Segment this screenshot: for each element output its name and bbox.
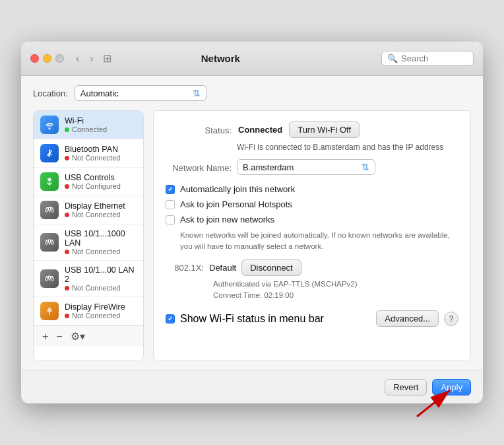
wifi-status-dot [65, 127, 69, 132]
network-select-arrows-icon: ⇅ [362, 162, 369, 172]
usb-lan1-status-dot [65, 250, 69, 254]
sidebar-item-bluetooth[interactable]: Bluetooth PAN Not Connected [34, 139, 143, 168]
bluetooth-info: Bluetooth PAN Not Connected [65, 145, 120, 162]
remove-network-button[interactable]: − [53, 329, 65, 344]
usb-status: Not Configured [65, 182, 121, 190]
disconnect-button[interactable]: Disconnect [241, 259, 301, 276]
auto-join-checkbox[interactable] [166, 185, 175, 194]
show-status-label: Show Wi-Fi status in menu bar [180, 313, 324, 325]
new-networks-label: Ask to join new networks [180, 215, 274, 224]
zoom-button[interactable] [55, 54, 64, 63]
network-name-value: B.amsterdam [243, 162, 358, 172]
content-area: Location: Automatic ⇅ Wi-Fi [21, 76, 483, 370]
firewire-status-dot [65, 314, 69, 318]
sidebar-firewire-name: Display FireWire [65, 302, 125, 312]
firewire-status: Not Connected [65, 312, 125, 320]
bt-status-dot [65, 156, 69, 160]
sidebar-item-usb-lan2[interactable]: USB 10/1...00 LAN 2 Not Connected [34, 261, 143, 297]
firewire-status-text: Not Connected [72, 312, 120, 320]
wifi-icon [40, 116, 59, 134]
firewire-icon [40, 302, 59, 320]
personal-hotspot-checkbox[interactable] [166, 200, 175, 209]
add-network-button[interactable]: + [39, 329, 51, 344]
sidebar-item-firewire[interactable]: Display FireWire Not Connected [34, 297, 143, 325]
svg-rect-2 [51, 209, 53, 212]
usb-lan1-icon [40, 233, 59, 252]
usb-lan2-status-text: Not Connected [72, 284, 120, 292]
status-label: Status: [166, 124, 232, 135]
bluetooth-icon [40, 144, 59, 162]
search-box[interactable]: 🔍 [381, 51, 474, 66]
x802-auth-info: Authenticated via EAP-TTLS (MSCHAPv2) Co… [213, 279, 458, 302]
usb-lan1-info: USB 10/1...1000 LAN Not Connected [65, 229, 137, 256]
wifi-info: Wi-Fi Connected [65, 116, 107, 133]
usb-controls-info: USB Controls Not Configured [65, 173, 121, 190]
location-arrows-icon: ⇅ [193, 88, 201, 98]
turn-wifi-button[interactable]: Turn Wi-Fi Off [289, 121, 360, 138]
sidebar-usb-lan1-name: USB 10/1...1000 LAN [65, 229, 137, 248]
network-sidebar: Wi-Fi Connected Bluetoo [33, 110, 144, 361]
sidebar-usb-lan2-name: USB 10/1...00 LAN 2 [65, 265, 137, 284]
ethernet-info: Display Ethernet Not Connected [65, 201, 125, 219]
new-networks-row[interactable]: Ask to join new networks [166, 215, 458, 224]
ethernet-icon [40, 201, 59, 219]
svg-rect-6 [46, 277, 47, 281]
status-value: Connected [238, 125, 282, 135]
gear-menu-button[interactable]: ⚙▾ [67, 329, 88, 344]
svg-rect-8 [51, 277, 53, 281]
search-input[interactable] [401, 53, 467, 63]
show-status-checkbox[interactable] [166, 314, 175, 324]
status-description: Wi-Fi is connected to B.amsterdam and ha… [237, 143, 443, 152]
location-row: Location: Automatic ⇅ [33, 85, 471, 101]
show-status-row[interactable]: Show Wi-Fi status in menu bar [166, 313, 371, 325]
usb-lan2-icon [40, 269, 59, 288]
network-name-select[interactable]: B.amsterdam ⇅ [237, 159, 375, 175]
main-area: Wi-Fi Connected Bluetoo [33, 110, 471, 361]
sidebar-ethernet-name: Display Ethernet [65, 201, 125, 211]
personal-hotspot-label: Ask to join Personal Hotspots [180, 199, 292, 209]
ethernet-status-dot [65, 213, 69, 217]
new-networks-info: Known networks will be joined automatica… [180, 230, 458, 253]
detail-panel: Status: Connected Turn Wi-Fi Off Wi-Fi i… [153, 110, 471, 361]
minimize-button[interactable] [43, 54, 51, 63]
usb-status-dot [65, 184, 69, 189]
search-icon: 🔍 [387, 53, 398, 63]
sidebar-item-usb-controls[interactable]: USB Controls Not Configured [34, 168, 143, 196]
location-select[interactable]: Automatic ⇅ [75, 85, 206, 101]
wifi-status-text: Connected [72, 125, 107, 133]
sidebar-wifi-name: Wi-Fi [65, 116, 107, 125]
close-button[interactable] [30, 54, 39, 63]
svg-rect-3 [46, 241, 47, 244]
ethernet-status: Not Connected [65, 211, 125, 219]
svg-line-10 [417, 390, 450, 417]
advanced-button[interactable]: Advanced... [376, 310, 439, 327]
network-name-label: Network Name: [166, 162, 232, 173]
sidebar-item-usb-lan1[interactable]: USB 10/1...1000 LAN Not Connected [34, 224, 143, 261]
auto-join-label: Automatically join this network [180, 184, 295, 194]
firewire-info: Display FireWire Not Connected [65, 302, 125, 320]
sidebar-footer: + − ⚙▾ [34, 325, 143, 347]
location-label: Location: [33, 88, 68, 98]
svg-rect-5 [51, 241, 53, 244]
new-networks-checkbox[interactable] [166, 215, 175, 224]
usb-lan2-info: USB 10/1...00 LAN 2 Not Connected [65, 265, 137, 292]
help-button[interactable]: ? [444, 312, 458, 326]
bt-status-text: Not Connected [72, 154, 120, 162]
personal-hotspot-row[interactable]: Ask to join Personal Hotspots [166, 199, 458, 209]
gear-icon: ⚙▾ [71, 331, 85, 342]
auto-join-row[interactable]: Automatically join this network [166, 184, 458, 194]
svg-rect-0 [46, 209, 47, 212]
x802-label: 802.1X: [166, 263, 204, 273]
usb-lan1-status-text: Not Connected [72, 248, 120, 256]
sidebar-item-display-ethernet[interactable]: Display Ethernet Not Connected [34, 196, 143, 224]
sidebar-usb-name: USB Controls [65, 173, 121, 182]
usb-controls-icon [40, 172, 59, 191]
ethernet-status-text: Not Connected [72, 211, 120, 219]
bottom-bar: Show Wi-Fi status in menu bar Advanced..… [166, 310, 458, 327]
wifi-status: Connected [65, 125, 107, 133]
status-row: Status: Connected Turn Wi-Fi Off [166, 121, 458, 138]
location-value: Automatic [80, 88, 189, 98]
sidebar-item-wifi[interactable]: Wi-Fi Connected [34, 111, 143, 139]
usb-status-text: Not Configured [72, 182, 121, 190]
x802-value: Default [209, 263, 236, 273]
